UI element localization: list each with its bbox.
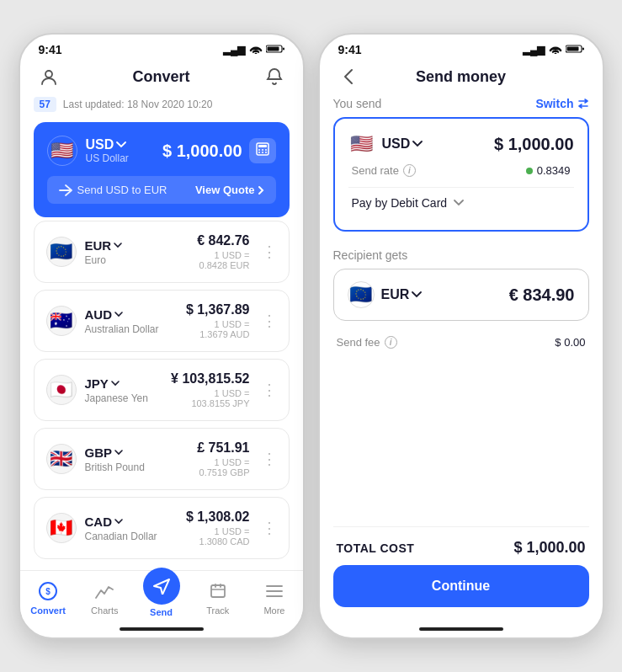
currency-code: EUR <box>85 238 123 253</box>
page-title-left: Convert <box>61 68 263 86</box>
battery-icon-right <box>566 44 584 56</box>
tab-track-label: Track <box>206 605 229 616</box>
tab-send-label: Send <box>150 607 173 617</box>
currency-flag: 🇬🇧 <box>46 444 77 474</box>
main-currency-card[interactable]: 🇺🇸 USD US Dollar $ 1,000.0 <box>34 122 290 217</box>
svg-rect-5 <box>258 145 267 147</box>
you-send-currency-select[interactable]: 🇺🇸 USD <box>348 131 423 157</box>
currency-amount: € 842.76 <box>197 233 249 248</box>
recipient-currency-select[interactable]: 🇪🇺 EUR <box>348 281 423 308</box>
currency-flag: 🇦🇺 <box>46 306 77 336</box>
currency-options-icon[interactable]: ⋮ <box>258 519 277 537</box>
send-banner[interactable]: Send USD to EUR View Quote <box>47 176 276 204</box>
currency-name: Canadian Dollar <box>85 531 157 542</box>
usd-amount: $ 1,000.00 <box>162 141 242 161</box>
svg-rect-1 <box>267 46 279 51</box>
right-phone: 9:41 ▂▄▆ Send money <box>318 33 604 639</box>
usd-code[interactable]: USD <box>86 137 129 152</box>
you-send-code[interactable]: USD <box>382 136 423 152</box>
tab-send[interactable]: Send <box>133 578 189 617</box>
placeholder-right <box>562 65 586 88</box>
update-text: Last updated: 18 Nov 2020 10:20 <box>63 99 212 110</box>
currency-flag: 🇪🇺 <box>46 237 77 267</box>
currency-rate: 1 USD =103.8155 JPY <box>171 388 249 408</box>
status-bar-left: 9:41 ▂▄▆ <box>20 35 303 60</box>
recipient-code[interactable]: EUR <box>381 287 423 302</box>
convert-tab-icon: $ <box>36 579 60 603</box>
recipient-card: 🇪🇺 EUR € 834.90 <box>333 269 589 321</box>
tab-convert-label: Convert <box>30 605 66 616</box>
status-bar-right: 9:41 ▂▄▆ <box>320 35 603 60</box>
svg-text:$: $ <box>45 587 51 596</box>
currency-list: 🇪🇺 EUR Euro € 842.76 1 USD =0.8428 EUR ⋮… <box>34 221 290 559</box>
time-right: 9:41 <box>338 43 362 56</box>
svg-point-7 <box>262 149 263 151</box>
send-rate-info-icon[interactable]: i <box>403 164 416 177</box>
currency-options-icon[interactable]: ⋮ <box>258 243 277 261</box>
currency-name: Japanese Yen <box>85 392 148 404</box>
divider-1 <box>348 187 574 188</box>
recipient-flag: 🇪🇺 <box>348 281 375 308</box>
switch-button[interactable]: Switch <box>535 97 588 110</box>
svg-point-10 <box>262 152 263 153</box>
tab-convert[interactable]: $ Convert <box>20 579 77 616</box>
send-money-content: You send Switch 🇺🇸 USD <box>320 97 603 621</box>
currency-list-item[interactable]: 🇯🇵 JPY Japanese Yen ¥ 103,815.52 1 USD =… <box>34 359 290 421</box>
send-rate-value: 0.8349 <box>526 164 571 177</box>
update-bar: 57 Last updated: 18 Nov 2020 10:20 <box>34 97 290 112</box>
currency-options-icon[interactable]: ⋮ <box>258 312 277 330</box>
status-icons-right: ▂▄▆ <box>523 44 584 56</box>
tab-charts[interactable]: Charts <box>77 579 133 616</box>
home-indicator-right <box>320 621 603 637</box>
bell-icon[interactable] <box>263 65 286 88</box>
send-rate-row: Send rate i 0.8349 <box>348 157 574 184</box>
send-rate-label: Send rate <box>352 164 399 177</box>
svg-point-8 <box>265 149 267 151</box>
tab-more[interactable]: More <box>246 579 302 616</box>
currency-list-item[interactable]: 🇦🇺 AUD Australian Dollar $ 1,367.89 1 US… <box>34 290 290 352</box>
send-fee-info-icon[interactable]: i <box>385 336 397 349</box>
currency-amount: £ 751.91 <box>197 440 249 456</box>
svg-point-6 <box>258 149 260 151</box>
currency-flag: 🇯🇵 <box>46 375 77 405</box>
update-badge: 57 <box>34 97 56 112</box>
currency-list-item[interactable]: 🇨🇦 CAD Canadian Dollar $ 1,308.02 1 USD … <box>34 497 290 559</box>
currency-code: GBP <box>85 445 145 460</box>
wifi-icon-right <box>549 44 562 56</box>
calculator-icon[interactable] <box>249 138 276 163</box>
time-left: 9:41 <box>39 43 62 56</box>
currency-name: British Pound <box>85 461 145 473</box>
currency-options-icon[interactable]: ⋮ <box>258 450 277 468</box>
currency-rate: 1 USD =0.8428 EUR <box>197 250 249 270</box>
svg-rect-14 <box>211 585 225 597</box>
tab-more-label: More <box>263 605 284 616</box>
view-quote-link[interactable]: View Quote <box>195 184 264 196</box>
currency-options-icon[interactable]: ⋮ <box>258 381 277 399</box>
currency-list-item[interactable]: 🇬🇧 GBP British Pound £ 751.91 1 USD =0.7… <box>34 428 290 490</box>
profile-icon[interactable] <box>37 65 61 88</box>
tab-track[interactable]: Track <box>189 579 246 616</box>
status-icons-left: ▂▄▆ <box>223 44 284 56</box>
total-cost-label: TOTAL COST <box>337 541 415 555</box>
recipient-section: Recipient gets 🇪🇺 EUR <box>333 248 589 354</box>
send-tab-circle[interactable] <box>143 568 180 605</box>
currency-rate: 1 USD =1.3080 CAD <box>186 526 250 547</box>
currency-name: Australian Dollar <box>85 323 159 335</box>
currency-rate: 1 USD =0.7519 GBP <box>197 457 249 477</box>
send-banner-text: Send USD to EUR <box>59 184 167 196</box>
currency-list-item[interactable]: 🇪🇺 EUR Euro € 842.76 1 USD =0.8428 EUR ⋮ <box>34 221 290 283</box>
main-content-left: 57 Last updated: 18 Nov 2020 10:20 🇺🇸 US <box>20 97 303 570</box>
you-send-card: 🇺🇸 USD $ 1,000.00 Send rate <box>333 117 589 232</box>
you-send-amount: $ 1,000.00 <box>494 135 574 154</box>
pay-by-row[interactable]: Pay by Debit Card <box>348 191 574 218</box>
svg-rect-23 <box>582 47 584 50</box>
svg-point-9 <box>258 152 260 153</box>
track-tab-icon <box>206 579 230 603</box>
rate-green-dot <box>526 168 533 174</box>
back-icon[interactable] <box>337 65 360 88</box>
continue-button[interactable]: Continue <box>333 565 589 607</box>
recipient-label: Recipient gets <box>333 248 589 262</box>
signal-icon: ▂▄▆ <box>223 44 246 56</box>
total-cost-value: $ 1,000.00 <box>513 539 585 557</box>
currency-code: CAD <box>85 515 157 529</box>
